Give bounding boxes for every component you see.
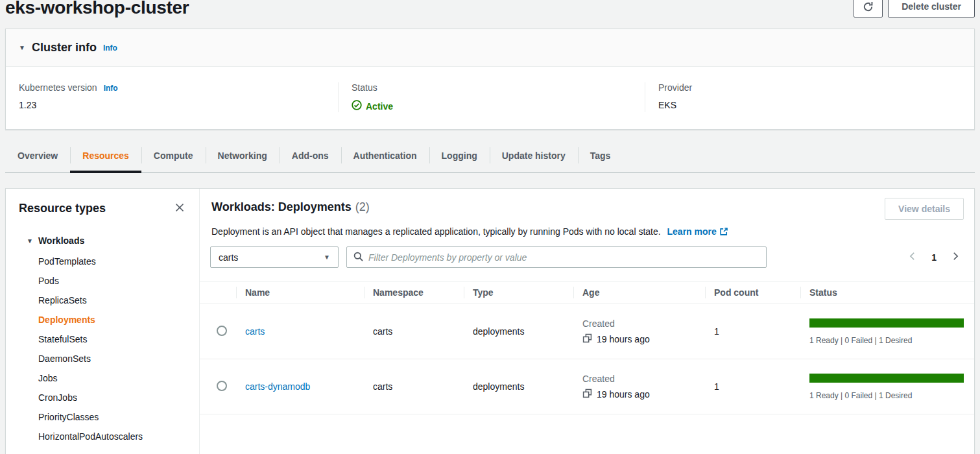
field-label: Provider xyxy=(658,82,692,93)
next-page-button[interactable] xyxy=(951,252,960,263)
provider-value: EKS xyxy=(658,100,961,110)
status-bar xyxy=(809,318,964,328)
tree-group-workloads[interactable]: ▼ Workloads xyxy=(19,235,186,246)
sidebar-item-daemonsets[interactable]: DaemonSets xyxy=(38,349,186,368)
sidebar-item-deployments[interactable]: Deployments xyxy=(38,310,186,329)
panel-heading: Workloads: Deployments(2) xyxy=(211,200,370,214)
header-actions: Delete cluster xyxy=(854,0,975,18)
sidebar-item-cronjobs[interactable]: CronJobs xyxy=(38,388,186,407)
table-header: Name Namespace Type Age Pod count Status xyxy=(200,281,974,304)
cluster-info-header[interactable]: ▼ Cluster info Info xyxy=(6,29,974,67)
column-age: Age xyxy=(573,281,705,304)
field-label: Kubernetes version xyxy=(19,82,97,93)
previous-page-button[interactable] xyxy=(908,252,917,263)
close-sidebar-button[interactable] xyxy=(173,201,186,216)
check-circle-icon xyxy=(352,100,362,112)
delete-cluster-button[interactable]: Delete cluster xyxy=(888,0,975,18)
column-select xyxy=(200,281,236,304)
cluster-tabs: Overview Resources Compute Networking Ad… xyxy=(5,139,975,173)
page-header: eks-workshop-cluster Delete cluster xyxy=(0,0,980,26)
field-label: Status xyxy=(352,82,377,93)
cell-namespace: carts xyxy=(364,381,464,392)
cell-namespace: carts xyxy=(364,326,464,337)
deployments-count: (2) xyxy=(355,200,370,213)
sidebar-item-jobs[interactable]: Jobs xyxy=(38,368,186,388)
view-details-button[interactable]: View details xyxy=(885,198,964,220)
external-link-icon xyxy=(719,228,728,238)
cell-pod-count: 1 xyxy=(705,381,800,392)
status-caption: 1 Ready | 0 Failed | 1 Desired xyxy=(809,391,964,400)
resources-content-card: Resource types ▼ Workloads PodTemplates … xyxy=(5,188,975,454)
tab-add-ons[interactable]: Add-ons xyxy=(280,139,341,172)
resource-tree: ▼ Workloads PodTemplates Pods ReplicaSet… xyxy=(19,235,186,446)
copy-icon xyxy=(582,333,592,345)
cluster-info-title: Cluster info xyxy=(32,41,97,54)
tab-networking[interactable]: Networking xyxy=(206,139,280,172)
cell-age: Created 19 hours ago xyxy=(573,374,705,400)
field-provider: Provider EKS xyxy=(645,82,974,112)
status-caption: 1 Ready | 0 Failed | 1 Desired xyxy=(809,336,964,345)
field-kubernetes-version: Kubernetes version Info 1.23 xyxy=(6,82,338,112)
sidebar-item-podtemplates[interactable]: PodTemplates xyxy=(38,252,186,271)
search-icon xyxy=(353,252,363,263)
column-status: Status xyxy=(800,281,974,304)
sidebar-item-replicasets[interactable]: ReplicaSets xyxy=(38,291,186,310)
search-box xyxy=(346,246,767,268)
table-row: carts carts deployments Created 19 hours… xyxy=(200,304,974,359)
resource-types-title: Resource types xyxy=(19,202,106,215)
cluster-info-card: ▼ Cluster info Info Kubernetes version I… xyxy=(5,29,975,130)
row-radio-button[interactable] xyxy=(217,326,227,336)
filter-row: carts ▼ 1 xyxy=(200,238,974,268)
status-bar xyxy=(809,374,964,383)
column-namespace: Namespace xyxy=(364,281,464,304)
panel-description: Deployment is an API object that manages… xyxy=(200,220,974,238)
pagination: 1 xyxy=(908,252,960,263)
tab-compute[interactable]: Compute xyxy=(141,139,206,172)
cell-status: 1 Ready | 0 Failed | 1 Desired xyxy=(800,374,974,400)
deployments-panel: Workloads: Deployments(2) View details D… xyxy=(200,189,974,454)
field-status: Status Active xyxy=(338,82,645,112)
cell-pod-count: 1 xyxy=(705,326,800,337)
close-icon xyxy=(174,205,185,215)
page-title: eks-workshop-cluster xyxy=(5,0,189,18)
cell-age: Created 19 hours ago xyxy=(573,318,705,345)
filter-dropdown[interactable]: carts ▼ xyxy=(210,246,339,268)
column-type: Type xyxy=(464,281,573,304)
resource-types-sidebar: Resource types ▼ Workloads PodTemplates … xyxy=(6,189,200,454)
search-input[interactable] xyxy=(368,252,759,263)
caret-down-icon: ▼ xyxy=(27,237,33,245)
refresh-button[interactable] xyxy=(854,0,883,18)
column-pod-count: Pod count xyxy=(705,281,800,304)
refresh-icon xyxy=(863,1,874,12)
column-name: Name xyxy=(236,281,364,304)
cluster-info-body: Kubernetes version Info 1.23 Status Acti… xyxy=(6,67,974,129)
deployment-name-link[interactable]: carts-dynamodb xyxy=(245,381,310,392)
sidebar-item-statefulsets[interactable]: StatefulSets xyxy=(38,329,186,349)
cell-type: deployments xyxy=(464,326,573,337)
page-number[interactable]: 1 xyxy=(931,252,937,263)
learn-more-link[interactable]: Learn more xyxy=(667,226,728,237)
row-radio-button[interactable] xyxy=(217,381,227,391)
cell-status: 1 Ready | 0 Failed | 1 Desired xyxy=(800,318,974,345)
cell-type: deployments xyxy=(464,381,573,392)
chevron-right-icon xyxy=(951,252,960,263)
tab-update-history[interactable]: Update history xyxy=(490,139,578,172)
tab-logging[interactable]: Logging xyxy=(429,139,490,172)
cluster-status-value: Active xyxy=(352,100,632,112)
caret-down-icon: ▼ xyxy=(19,44,25,51)
sidebar-item-priorityclasses[interactable]: PriorityClasses xyxy=(38,407,186,427)
chevron-down-icon: ▼ xyxy=(324,254,330,261)
table-row: carts-dynamodb carts deployments Created… xyxy=(200,359,974,414)
cluster-info-info-link[interactable]: Info xyxy=(103,43,117,53)
sidebar-item-pods[interactable]: Pods xyxy=(38,271,186,291)
kubernetes-version-info-link[interactable]: Info xyxy=(104,84,118,93)
tab-tags[interactable]: Tags xyxy=(578,139,623,172)
kubernetes-version-value: 1.23 xyxy=(19,100,325,110)
copy-icon xyxy=(582,388,592,400)
sidebar-item-horizontalpodautoscalers[interactable]: HorizontalPodAutoscalers xyxy=(38,427,186,446)
tab-overview[interactable]: Overview xyxy=(5,139,70,172)
tab-authentication[interactable]: Authentication xyxy=(341,139,429,172)
tab-resources[interactable]: Resources xyxy=(70,139,141,172)
eks-console-screen: eks-workshop-cluster Delete cluster ▼ Cl… xyxy=(0,0,980,454)
deployment-name-link[interactable]: carts xyxy=(245,326,265,337)
